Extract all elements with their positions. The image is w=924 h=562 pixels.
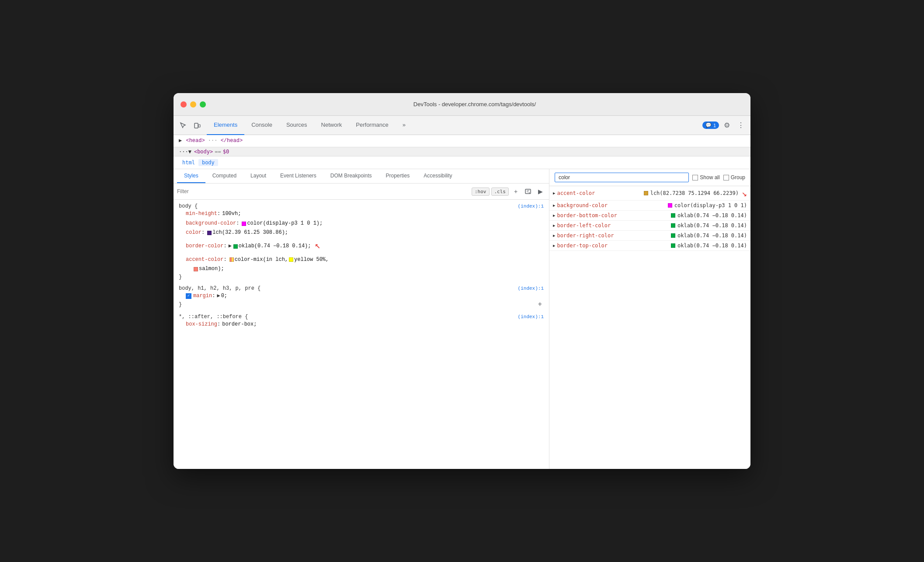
computed-item-border-top-header[interactable]: ▶ border-top-color oklab(0.74 −0.18 0.14… (549, 241, 750, 250)
computed-search-input[interactable] (555, 173, 689, 182)
accent-computed-swatch[interactable] (644, 191, 648, 195)
css-rule-body: body { (index):1 min-height : 100vh; bac… (179, 203, 544, 280)
rule-body-h1-selector: body, h1, h2, h3, p, pre { (179, 285, 261, 291)
computed-item-border-bottom-header[interactable]: ▶ border-bottom-color oklab(0.74 −0.18 0… (549, 211, 750, 220)
css-rules-panel: body { (index):1 min-height : 100vh; bac… (174, 200, 549, 469)
rule-body-h1-source[interactable]: (index):1 (518, 286, 544, 291)
sub-tab-accessibility[interactable]: Accessibility (417, 169, 459, 183)
more-icon[interactable]: ⋮ (735, 119, 747, 132)
border-left-swatch[interactable] (671, 223, 675, 228)
inspector-icon[interactable] (177, 119, 189, 132)
expand-accent-icon[interactable]: ▶ (553, 191, 555, 195)
border-bottom-value: oklab(0.74 −0.18 0.14) (670, 212, 747, 219)
maximize-button[interactable] (200, 101, 206, 108)
expand-border-right-icon[interactable]: ▶ (553, 233, 555, 238)
rule-body-props: min-height : 100vh; background-color : c… (179, 209, 544, 274)
border-expand-icon[interactable]: ▶ (229, 242, 232, 251)
expand-bg-icon[interactable]: ▶ (553, 203, 555, 208)
collapse-body-icon[interactable]: ···▼ (179, 149, 191, 155)
tab-network[interactable]: Network (314, 116, 349, 135)
add-property-btn[interactable]: + (536, 301, 544, 309)
tab-console[interactable]: Console (244, 116, 279, 135)
sub-tab-properties[interactable]: Properties (379, 169, 417, 183)
expand-border-bottom-icon[interactable]: ▶ (553, 213, 555, 218)
add-rule-icon[interactable]: + (511, 186, 521, 197)
breadcrumb: html body (174, 156, 750, 169)
salmon-swatch[interactable] (194, 267, 198, 271)
hov-button[interactable]: :hov (472, 187, 490, 196)
expand-border-left-icon[interactable]: ▶ (553, 223, 555, 228)
background-color-value: color(display-p3 1 0 1) (667, 202, 747, 208)
computed-item-accent-color[interactable]: ▶ accent-color lch(82.7238 75.1294 66.22… (549, 186, 750, 201)
rule-body-source[interactable]: (index):1 (518, 204, 544, 209)
rule-universal-source[interactable]: (index):1 (518, 314, 544, 319)
computed-item-border-bottom[interactable]: ▶ border-bottom-color oklab(0.74 −0.18 0… (549, 211, 750, 221)
computed-item-border-left[interactable]: ▶ border-left-color oklab(0.74 −0.18 0.1… (549, 221, 750, 231)
border-top-swatch[interactable] (671, 243, 675, 248)
border-bottom-swatch[interactable] (671, 213, 675, 218)
show-all-checkbox[interactable] (692, 175, 698, 180)
prop-border-color: border-color : ▶ oklab(0.74 −0.18 0.14);… (186, 238, 544, 255)
computed-item-border-top[interactable]: ▶ border-top-color oklab(0.74 −0.18 0.14… (549, 241, 750, 251)
tab-performance[interactable]: Performance (349, 116, 395, 135)
prop-box-sizing: box-sizing : border-box; (186, 320, 544, 330)
devtools-window: DevTools - developer.chrome.com/tags/dev… (174, 93, 750, 469)
cls-button[interactable]: .cls (491, 187, 509, 196)
toggle-animations-icon[interactable]: ▶ (535, 186, 545, 197)
sub-tab-dom-breakpoints[interactable]: DOM Breakpoints (323, 169, 379, 183)
rule-universal-props: box-sizing : border-box; (179, 320, 544, 330)
prop-accent-color: accent-color : color-mix(in lch, yellow … (186, 255, 544, 265)
computed-item-border-left-header[interactable]: ▶ border-left-color oklab(0.74 −0.18 0.1… (549, 221, 750, 230)
margin-expand-icon[interactable]: ▶ (217, 291, 220, 301)
computed-item-accent-color-header[interactable]: ▶ accent-color lch(82.7238 75.1294 66.22… (549, 186, 750, 200)
sub-tab-styles[interactable]: Styles (177, 169, 205, 183)
tab-more[interactable]: » (396, 116, 413, 135)
expand-border-top-icon[interactable]: ▶ (553, 243, 555, 248)
margin-checkbox[interactable] (186, 293, 191, 299)
expand-head-icon[interactable]: ▶ (179, 138, 182, 144)
bg-computed-swatch[interactable] (668, 203, 672, 208)
css-rule-body-h1: body, h1, h2, h3, p, pre { (index):1 mar… (179, 285, 544, 309)
breadcrumb-html[interactable]: html (179, 159, 198, 166)
computed-item-background-color[interactable]: ▶ background-color color(display-p3 1 0 … (549, 201, 750, 211)
new-style-rule-icon[interactable] (523, 186, 533, 197)
border-right-value: oklab(0.74 −0.18 0.14) (670, 232, 747, 239)
dom-body-selected[interactable]: ···▼ <body> == $0 (174, 147, 750, 156)
computed-item-background-header[interactable]: ▶ background-color color(display-p3 1 0 … (549, 201, 750, 210)
close-button[interactable] (181, 101, 187, 108)
window-title: DevTools - developer.chrome.com/tags/dev… (206, 101, 743, 108)
minimize-button[interactable] (190, 101, 196, 108)
tab-elements[interactable]: Elements (207, 116, 244, 135)
devtools-toolbar: Elements Console Sources Network Perform… (174, 116, 750, 135)
border-color-swatch[interactable] (233, 244, 238, 249)
prop-margin: margin : ▶ 0; (186, 291, 544, 301)
tab-sources[interactable]: Sources (279, 116, 314, 135)
bg-color-swatch[interactable] (242, 222, 246, 226)
group-checkbox[interactable] (723, 175, 729, 180)
device-icon[interactable] (191, 119, 203, 132)
sub-tab-layout[interactable]: Layout (243, 169, 273, 183)
yellow-swatch[interactable] (289, 257, 293, 262)
sub-tab-computed[interactable]: Computed (205, 169, 243, 183)
border-right-swatch[interactable] (671, 233, 675, 238)
breadcrumb-body[interactable]: body (198, 159, 218, 166)
sub-tab-event-listeners[interactable]: Event Listeners (273, 169, 323, 183)
settings-icon[interactable]: ⚙ (721, 119, 733, 132)
chat-badge[interactable]: 💬 1 (702, 121, 719, 129)
accent-color-swatch[interactable] (229, 257, 234, 262)
rule-body-h1-header: body, h1, h2, h3, p, pre { (index):1 (179, 285, 544, 291)
prop-color: color : lch(32.39 61.25 308.86); (186, 228, 544, 238)
group-group[interactable]: Group (723, 174, 745, 180)
red-arrow-border: ↙ (315, 238, 320, 255)
computed-item-border-right[interactable]: ▶ border-right-color oklab(0.74 −0.18 0.… (549, 231, 750, 241)
rule-body-h1-close: } + (179, 301, 544, 309)
dom-head-line[interactable]: ▶ <head> ··· </head> (179, 137, 745, 145)
accent-color-value: lch(82.7238 75.1294 66.2239) ↙ (643, 188, 747, 198)
show-all-group[interactable]: Show all (692, 174, 719, 180)
prop-min-height: min-height : 100vh; (186, 209, 544, 219)
computed-header: Show all Group (549, 169, 750, 186)
filter-input[interactable] (177, 188, 470, 194)
color-swatch[interactable] (207, 231, 212, 235)
computed-item-border-right-header[interactable]: ▶ border-right-color oklab(0.74 −0.18 0.… (549, 231, 750, 240)
titlebar: DevTools - developer.chrome.com/tags/dev… (174, 93, 750, 116)
